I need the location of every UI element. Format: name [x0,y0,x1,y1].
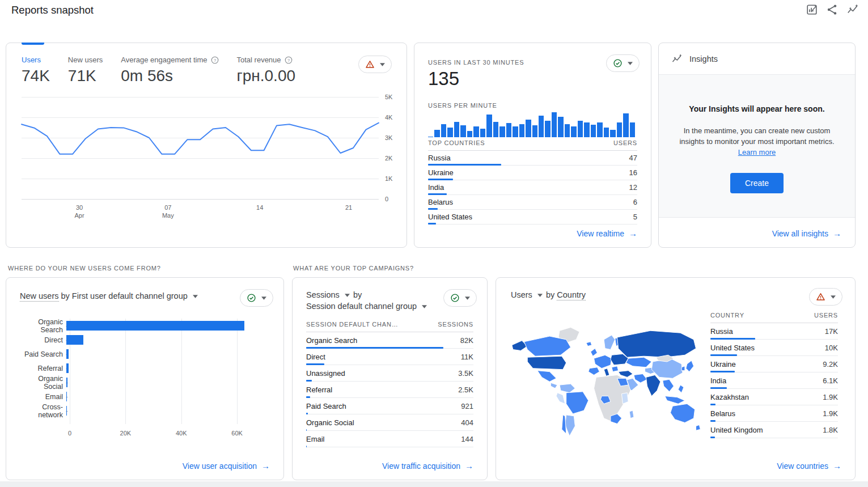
dimension-selector[interactable]: Country [557,290,586,300]
table-row[interactable]: India 12 [428,180,637,195]
users-value: 6 [633,198,637,206]
category-label: Email [20,393,66,401]
country-name: India [428,183,444,192]
table-row[interactable]: Direct 11K [306,349,473,365]
table-row[interactable]: Ukraine 16 [428,166,637,180]
table-header: SESSION DEFAULT CHAN… SESSIONS [306,321,473,332]
country-name: Ukraine [428,168,454,177]
data-quality-warning-badge[interactable] [809,288,842,306]
table-row[interactable]: Organic Social 404 [306,414,473,431]
table-row[interactable]: Ukraine 9.2K [710,356,838,372]
metric-label: Total revenue ? [237,56,296,64]
metric-selector[interactable]: Sessions [306,290,340,299]
chevron-down-icon[interactable] [193,295,198,298]
country-name: Kazakhstan [710,393,749,401]
table-row[interactable]: Kazakhstan 1.9K [710,389,838,405]
insights-icon[interactable] [846,3,859,16]
chevron-down-icon[interactable] [422,305,427,308]
insights-header: Insights [671,53,718,65]
channel-name: Unassigned [306,369,345,378]
table-row[interactable]: Referral 2.5K [306,382,473,398]
bar-row[interactable]: Email [20,389,273,404]
users-per-minute-chart[interactable] [428,112,635,137]
table-row[interactable]: India 6.1K [710,372,838,389]
check-circle-icon [450,293,460,303]
table-row[interactable]: United States 10K [710,340,838,356]
country-name: United Kingdom [710,426,763,434]
chevron-down-icon[interactable] [537,294,543,297]
sessions-value: 82K [460,336,473,345]
view-all-insights-link[interactable]: View all insights→ [772,228,841,238]
table-row[interactable]: Russia 47 [428,151,637,166]
view-traffic-acquisition-link[interactable]: View traffic acquisition→ [382,461,473,471]
help-icon[interactable]: ? [285,56,293,64]
bar [66,392,67,401]
tab-users[interactable]: Users 74K [22,56,50,85]
table-row[interactable]: Belarus 6 [428,195,637,210]
world-map[interactable] [509,315,708,458]
check-circle-icon [247,293,256,303]
bar-row[interactable]: Organic Social [20,375,273,389]
chevron-down-icon[interactable] [345,294,350,297]
table-row[interactable]: United Kingdom 1.8K [710,422,838,438]
bar-row[interactable]: Organic Search [20,319,273,333]
users-value: 5 [633,213,637,221]
data-quality-ok-badge[interactable] [240,289,273,307]
realtime-title: USERS IN LAST 30 MINUTES [428,59,524,66]
category-label: Cross-network [20,403,66,419]
users-value: 10K [825,344,838,352]
users-trend-chart[interactable] [22,97,379,199]
overview-card: Users 74K New users 71K Average engageme… [6,43,407,248]
trend-y-axis: 5K4K3K2K1K0 [385,97,404,199]
tab-new-users[interactable]: New users 71K [68,56,103,85]
users-value: 1.8K [823,426,838,434]
table-row[interactable]: Belarus 1.9K [710,405,838,422]
data-quality-ok-badge[interactable] [606,54,640,72]
bar [66,406,67,416]
new-users-bar-chart[interactable]: Organic SearchDirectPaid SearchReferralO… [20,319,273,439]
card-title: Sessions by Session default channel grou… [306,289,428,312]
create-insight-button[interactable]: Create [730,173,784,193]
sessions-value: 2.5K [458,386,473,394]
dimension-selector[interactable]: Session default channel group [306,302,417,311]
bar-row[interactable]: Referral [20,361,273,375]
table-row[interactable]: United States 5 [428,210,637,225]
view-user-acquisition-link[interactable]: View user acquisition→ [183,461,270,471]
metric-label: New users [68,56,103,64]
tab-avg-engagement-time[interactable]: Average engagement time ? 0m 56s [121,56,218,85]
insights-headline: Your Insights will appear here soon. [689,104,824,113]
channel-name: Referral [306,386,332,394]
bar-row[interactable]: Direct [20,333,273,347]
tab-total-revenue[interactable]: Total revenue ? грн.0.00 [237,56,296,85]
header-toolbar [806,3,859,16]
metric-tabs: Users 74K New users 71K Average engageme… [22,56,295,85]
users-value: 12 [629,183,637,192]
view-realtime-link[interactable]: View realtime→ [577,228,637,238]
table-row[interactable]: Paid Search 921 [306,398,473,414]
share-icon[interactable] [826,3,839,16]
data-quality-ok-badge[interactable] [443,289,477,307]
metric-selector[interactable]: New users [20,291,59,302]
metric-selector[interactable]: Users [511,290,532,299]
chart-x-axis: 020K40K60K [70,430,273,439]
category-label: Referral [20,365,66,372]
table-row[interactable]: Russia 17K [710,323,838,340]
country-name: India [710,376,726,385]
learn-more-link[interactable]: Learn more [738,148,776,156]
chart-bars: Organic SearchDirectPaid SearchReferralO… [20,319,273,418]
top-countries-table: TOP COUNTRIES USERS Russia 47 Ukraine 16 [428,139,637,225]
view-countries-link[interactable]: View countries→ [777,461,841,471]
sessions-value: 11K [461,353,473,361]
table-row[interactable]: Unassigned 3.5K [306,365,473,382]
insights-card: Insights Your Insights will appear here … [658,43,856,248]
table-row[interactable]: Organic Search 82K [306,332,473,349]
customize-report-icon[interactable] [806,3,818,16]
bar-row[interactable]: Cross-network [20,404,273,418]
insights-title: Insights [689,54,718,63]
bar-row[interactable]: Paid Search [20,347,273,361]
users-value: 47 [629,154,637,162]
country-name: United States [428,213,472,221]
help-icon[interactable]: ? [211,56,219,64]
table-row[interactable]: Email 144 [306,431,473,447]
data-quality-warning-badge[interactable] [358,56,392,73]
